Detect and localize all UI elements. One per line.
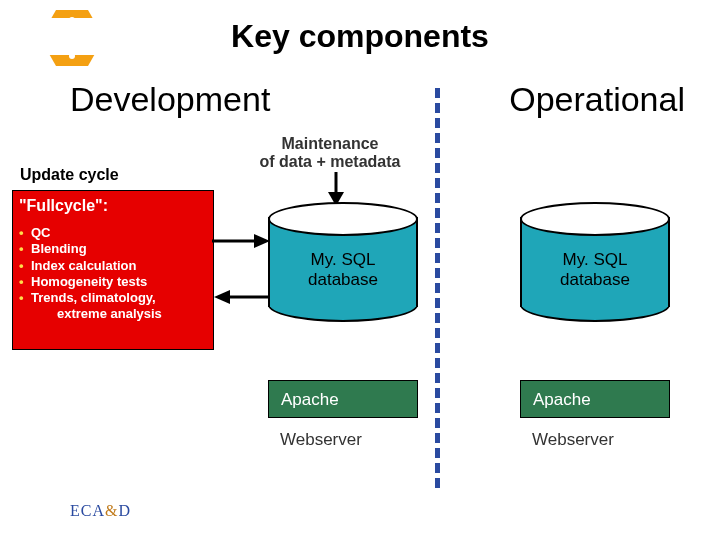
heading-development: Development (70, 80, 270, 119)
maintenance-line1: Maintenance (282, 135, 379, 152)
db-dev-line2: database (308, 270, 378, 289)
arrow-fullcycle-to-db (212, 234, 272, 248)
logo-eca: ECA (70, 502, 105, 519)
fullcycle-heading: "Fullcycle": (13, 191, 213, 225)
fullcycle-box: "Fullcycle": QC Blending Index calculati… (12, 190, 214, 350)
eca-d-logo: ECA&D (70, 502, 131, 520)
apache-op: Apache (520, 380, 670, 418)
maintenance-line2: of data + metadata (260, 153, 401, 170)
db-op-line2: database (560, 270, 630, 289)
logo-amp: & (105, 502, 118, 519)
svg-marker-19 (214, 290, 230, 304)
heading-operational: Operational (509, 80, 685, 119)
vertical-divider (435, 88, 440, 488)
fullcycle-item: QC (27, 225, 213, 241)
db-op-line1: My. SQL (563, 250, 628, 269)
fullcycle-list: QC Blending Index calculation Homogeneit… (17, 225, 213, 323)
fullcycle-item: Homogeneity tests (27, 274, 213, 290)
arrow-db-to-fullcycle (212, 290, 272, 304)
db-cylinder-dev: My. SQL database (268, 202, 418, 322)
fullcycle-item: Blending (27, 241, 213, 257)
logo-d: D (118, 502, 131, 519)
fullcycle-item: Trends, climatology, (27, 290, 213, 306)
page-title: Key components (0, 18, 720, 55)
webserver-op: Webserver (520, 430, 670, 450)
update-cycle-label: Update cycle (20, 166, 119, 184)
webserver-dev: Webserver (268, 430, 418, 450)
fullcycle-item: extreme analysis (27, 306, 213, 322)
fullcycle-item: Index calculation (27, 258, 213, 274)
maintenance-label: Maintenance of data + metadata (240, 135, 420, 172)
apache-dev: Apache (268, 380, 418, 418)
db-cylinder-op: My. SQL database (520, 202, 670, 322)
db-dev-line1: My. SQL (311, 250, 376, 269)
